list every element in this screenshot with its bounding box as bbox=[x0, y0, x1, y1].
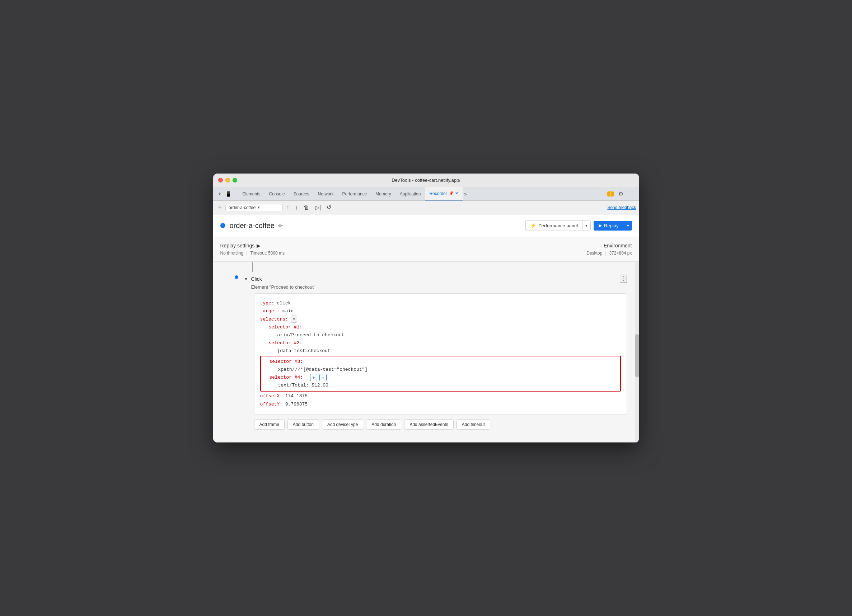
add-timeout-btn[interactable]: Add timeout bbox=[456, 420, 490, 429]
environment-subtitle: Desktop | 372×804 px bbox=[586, 251, 631, 256]
traffic-lights bbox=[218, 178, 237, 182]
perf-panel-icon: ⚡ bbox=[530, 223, 536, 228]
tab-recorder[interactable]: Recorder 📌 ✕ bbox=[425, 187, 462, 200]
maximize-button[interactable] bbox=[233, 178, 237, 182]
code-selector1-val: aria/Proceed to checkout bbox=[277, 331, 344, 339]
env-type: Desktop bbox=[586, 251, 602, 256]
performance-panel-btn[interactable]: ⚡ Performance panel ▾ bbox=[526, 220, 591, 231]
connector-line bbox=[252, 262, 253, 272]
code-selector1-line: selector #1: bbox=[260, 324, 621, 331]
code-selector4-val: text/Total: $12.00 bbox=[278, 381, 328, 389]
code-offsety-key: offsetY: bbox=[260, 401, 282, 408]
tab-console[interactable]: Console bbox=[265, 187, 289, 200]
step-body: ▼ Click ⋮ Element "Proceed to checkout" … bbox=[244, 272, 627, 435]
send-feedback-btn[interactable]: Send feedback bbox=[607, 205, 636, 210]
code-selector4-val-line: text/Total: $12.00 bbox=[264, 381, 617, 389]
device-toggle-btn[interactable]: 📱 bbox=[223, 190, 234, 197]
add-devicetype-btn[interactable]: Add deviceType bbox=[322, 420, 363, 429]
recorder-pin-icon: 📌 bbox=[449, 191, 454, 196]
code-offsetx-line: offsetX: 174.1875 bbox=[260, 392, 621, 400]
code-selector3-line: selector #3: bbox=[264, 358, 617, 366]
replay-btn[interactable]: ▶ Replay ▾ bbox=[594, 221, 631, 230]
code-target-val: main bbox=[282, 307, 293, 315]
tab-memory[interactable]: Memory bbox=[371, 187, 395, 200]
scrollbar-track[interactable] bbox=[635, 262, 639, 442]
close-button[interactable] bbox=[218, 178, 223, 182]
code-selector3-val: xpath///*[@data-test="checkout"] bbox=[278, 366, 368, 374]
tab-elements[interactable]: Elements bbox=[238, 187, 265, 200]
devtools-tab-bar: ⌖ 📱 Elements Console Sources Network Per… bbox=[213, 187, 639, 201]
minimize-button[interactable] bbox=[225, 178, 230, 182]
tab-network[interactable]: Network bbox=[314, 187, 338, 200]
replay-settings-title[interactable]: Replay settings ▶ bbox=[221, 243, 285, 249]
settings-left: Replay settings ▶ No throttling | Timeou… bbox=[221, 243, 285, 256]
recording-status-dot bbox=[221, 223, 225, 228]
perf-panel-label: Performance panel bbox=[538, 223, 578, 228]
selector4-add-btn[interactable]: + bbox=[310, 374, 317, 381]
recorder-close-icon[interactable]: ✕ bbox=[455, 191, 458, 196]
replay-circular-btn[interactable]: ↺ bbox=[325, 203, 334, 212]
tab-performance[interactable]: Performance bbox=[338, 187, 372, 200]
replay-main: ▶ Replay bbox=[594, 221, 624, 230]
edit-title-icon[interactable]: ✏ bbox=[278, 222, 283, 229]
cursor-tool-btn[interactable]: ⌖ bbox=[216, 190, 223, 197]
replay-settings-section: Replay settings ▶ No throttling | Timeou… bbox=[213, 237, 639, 262]
steps-container: ▼ Click ⋮ Element "Proceed to checkout" … bbox=[213, 262, 639, 442]
settings-right: Environment Desktop | 372×804 px bbox=[586, 243, 631, 256]
replay-play-icon: ▶ bbox=[599, 223, 602, 228]
tab-sources[interactable]: Sources bbox=[289, 187, 314, 200]
code-selector3-key: selector #3: bbox=[269, 358, 303, 366]
code-type-val: click bbox=[277, 300, 291, 307]
code-selectors-key: selectors: bbox=[260, 316, 288, 324]
step-connector-top bbox=[213, 262, 634, 272]
header-actions: ⚡ Performance panel ▾ ▶ Replay ▾ bbox=[526, 220, 631, 231]
settings-expand-icon: ▶ bbox=[257, 243, 261, 249]
code-offsety-val: 9.796875 bbox=[286, 401, 308, 408]
notification-badge: 1 bbox=[607, 191, 614, 196]
window-title: DevTools - coffee-cart.netlify.app/ bbox=[391, 178, 461, 183]
step-more-options-btn[interactable]: ⋮ bbox=[620, 275, 627, 283]
delete-btn[interactable]: 🗑 bbox=[301, 204, 311, 212]
timeout-label: Timeout: 5000 ms bbox=[250, 251, 285, 256]
code-selector2-line: selector #2: bbox=[260, 339, 621, 347]
tab-application[interactable]: Application bbox=[396, 187, 425, 200]
replay-dropdown-arrow[interactable]: ▾ bbox=[624, 221, 632, 230]
step-dot-column bbox=[235, 276, 238, 279]
replay-label: Replay bbox=[604, 223, 618, 228]
code-offsetx-val: 174.1875 bbox=[286, 392, 308, 400]
code-target-line: target: main bbox=[260, 307, 621, 315]
perf-panel-dropdown-arrow[interactable]: ▾ bbox=[583, 221, 591, 230]
scrollbar-thumb[interactable] bbox=[635, 334, 639, 377]
code-offsety-line: offsetY: 9.796875 bbox=[260, 401, 621, 408]
export-btn[interactable]: ↑ bbox=[284, 204, 292, 212]
selector4-remove-btn[interactable]: − bbox=[319, 374, 326, 381]
step-collapse-icon[interactable]: ▼ bbox=[244, 276, 248, 282]
step-subtitle: Element "Proceed to checkout" bbox=[244, 284, 627, 290]
recording-selector[interactable]: order-a-coffee ▾ bbox=[225, 204, 283, 211]
env-dimensions: 372×804 px bbox=[609, 251, 631, 256]
throttling-label: No throttling bbox=[221, 251, 244, 256]
devtools-window: DevTools - coffee-cart.netlify.app/ ⌖ 📱 … bbox=[213, 173, 639, 442]
code-target-key: target: bbox=[260, 307, 280, 315]
add-assertedevents-btn[interactable]: Add assertedEvents bbox=[404, 420, 453, 429]
selector-tool-icon[interactable]: ⌖ bbox=[291, 316, 297, 323]
more-tabs-icon[interactable]: » bbox=[464, 191, 467, 197]
add-frame-btn[interactable]: Add frame bbox=[254, 420, 285, 429]
code-selector1-key: selector #1: bbox=[269, 324, 302, 331]
add-button-btn[interactable]: Add button bbox=[287, 420, 319, 429]
perf-panel-main: ⚡ Performance panel bbox=[526, 220, 583, 230]
highlighted-selector-block: selector #3: xpath///*[@data-test="check… bbox=[260, 356, 621, 392]
step-title-row: ▼ Click ⋮ bbox=[244, 272, 627, 284]
step-status-dot bbox=[235, 276, 238, 279]
play-step-btn[interactable]: ▷| bbox=[313, 203, 323, 212]
code-selector2-val: [data-test=checkout] bbox=[277, 347, 334, 355]
add-duration-btn[interactable]: Add duration bbox=[366, 420, 401, 429]
step-item: ▼ Click ⋮ Element "Proceed to checkout" … bbox=[213, 272, 634, 435]
more-options-icon[interactable]: ⋮ bbox=[628, 190, 636, 198]
new-recording-btn[interactable]: + bbox=[216, 203, 224, 212]
code-selector2-val-line: [data-test=checkout] bbox=[260, 347, 621, 355]
devtools-right-controls: 1 ⚙ ⋮ bbox=[607, 190, 636, 198]
settings-icon[interactable]: ⚙ bbox=[617, 190, 625, 198]
code-selectors-line: selectors: ⌖ bbox=[260, 316, 621, 324]
import-btn[interactable]: ↓ bbox=[293, 204, 300, 212]
